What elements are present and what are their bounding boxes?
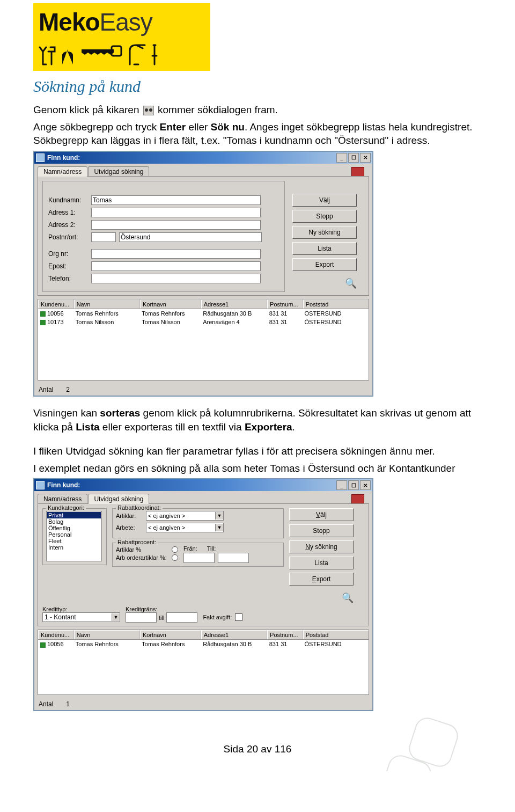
label-till: Till: [207, 545, 216, 552]
stopp-button[interactable]: Stopp [292, 210, 357, 223]
label-postnr: Postnr/ort: [48, 233, 91, 241]
input-kreditgrans-from[interactable] [126, 612, 157, 623]
chevron-down-icon: ▼ [215, 512, 223, 520]
list-item[interactable]: Privat [47, 512, 101, 518]
find-customer-window-2: Finn kund: _ ☐ ✕ Namn/adress Utvidgad sö… [33, 478, 373, 711]
lista-button[interactable]: Lista [292, 242, 357, 255]
minimize-button[interactable]: _ [336, 480, 347, 490]
window-icon [36, 481, 45, 489]
export-button[interactable]: Export [292, 258, 357, 271]
input-adress2[interactable] [91, 220, 261, 230]
legend-rabattprocent: Rabattprocent: [116, 539, 158, 545]
label-artiklar: Artiklar: [116, 513, 144, 519]
th-adr[interactable]: Adresse1 [201, 299, 267, 309]
th-kort[interactable]: Kortnavn [140, 299, 201, 309]
tab-body: Kundkategori: Privat Bolag Öffentlig Per… [38, 503, 369, 626]
table-row[interactable]: 10056 Tomas Rehnfors Tomas Rehnfors Rådh… [38, 309, 369, 318]
maximize-button[interactable]: ☐ [348, 480, 359, 490]
th-adr[interactable]: Adresse1 [201, 630, 267, 639]
row-icon [40, 642, 46, 648]
tab-body: Kundnamn: Adress 1: Adress 2: Postnr/ort… [38, 176, 369, 296]
table-row[interactable]: 10173 Tomas Nilsson Tomas Nilsson Arenav… [38, 318, 369, 326]
list-item[interactable]: Fleet [47, 538, 101, 544]
label-till2: till [159, 615, 164, 621]
tab-name-address[interactable]: Namn/adress [38, 494, 87, 504]
label-telefon: Telefon: [48, 275, 91, 282]
kundkategori-fieldset: Kundkategori: Privat Bolag Öffentlig Per… [42, 508, 107, 565]
label-adress1: Adress 1: [48, 209, 91, 216]
combo-artiklar[interactable]: < ej angiven > ▼ [146, 511, 224, 521]
magnifier-icon[interactable]: 🔍 [345, 277, 357, 289]
magnifier-icon[interactable]: 🔍 [342, 592, 354, 604]
input-postnr[interactable] [91, 232, 116, 242]
combo-kredittyp[interactable]: 1 - Kontant ▼ [42, 612, 120, 622]
logo-tools [39, 38, 205, 69]
th-post[interactable]: Postnum... [267, 630, 303, 639]
table-row[interactable]: 10056 Tomas Rehnfors Tomas Rehnfors Rådh… [38, 640, 369, 648]
input-epost[interactable] [91, 261, 261, 271]
mid-p1: Visningen kan sorteras genom klick på ko… [33, 406, 482, 434]
input-adress1[interactable] [91, 208, 261, 217]
input-kreditgrans-to[interactable] [166, 612, 197, 623]
combo-arbete[interactable]: < ej angiven > ▼ [146, 523, 224, 532]
antal-value: 1 [66, 700, 70, 708]
th-post[interactable]: Postnum... [267, 299, 303, 309]
antal-label: Antal [39, 700, 53, 708]
input-telefon[interactable] [91, 274, 261, 283]
binoculars-icon [143, 106, 154, 115]
input-till[interactable] [218, 553, 249, 563]
logo-banner: MekoEasy [33, 3, 210, 71]
list-item[interactable]: Öffentlig [47, 525, 101, 531]
pin-icon[interactable] [351, 167, 364, 177]
list-item[interactable]: Personal [47, 531, 101, 538]
radio-arborder[interactable] [172, 554, 178, 561]
export-button[interactable]: Export [289, 573, 354, 586]
stopp-button[interactable]: Stopp [289, 524, 354, 537]
th-navn[interactable]: Navn [74, 299, 140, 309]
input-postort[interactable] [119, 232, 262, 242]
label-kredittyp: Kredittyp: [42, 606, 120, 612]
lista-button[interactable]: Lista [289, 557, 354, 569]
th-kort[interactable]: Kortnavn [140, 630, 201, 639]
th-navn[interactable]: Navn [74, 630, 140, 639]
search-form: Kundnamn: Adress 1: Adress 2: Postnr/ort… [42, 181, 285, 292]
label-artiklar-pct: Artiklar % [116, 546, 170, 553]
valj-button[interactable]: Välj [289, 508, 354, 521]
input-kundnamn[interactable] [91, 195, 261, 205]
tab-extended-search[interactable]: Utvidgad sökning [88, 166, 149, 177]
window-title: Finn kund: [47, 481, 80, 489]
close-button[interactable]: ✕ [360, 153, 371, 163]
th-id[interactable]: Kundenu... [38, 299, 74, 309]
ny-sokning-button[interactable]: Ny sökning [289, 540, 354, 553]
titlebar: Finn kund: _ ☐ ✕ [34, 152, 372, 164]
checkbox-faktavgift[interactable] [235, 613, 242, 621]
results-table: Kundenu... Navn Kortnavn Adresse1 Postnu… [38, 299, 369, 381]
svg-rect-1 [407, 715, 461, 769]
tab-extended-search[interactable]: Utvidgad sökning [88, 494, 149, 504]
label-adress2: Adress 2: [48, 221, 91, 229]
button-column: Välj Stopp Ny sökning Lista Export 🔍 [292, 181, 357, 292]
intro-p2: Ange sökbegrepp och tryck Enter eller Sö… [33, 120, 482, 148]
label-orgnr: Org nr: [48, 250, 91, 258]
tab-strip: Namn/adress Utvidgad sökning [34, 491, 372, 503]
close-button[interactable]: ✕ [360, 480, 371, 490]
input-orgnr[interactable] [91, 249, 261, 259]
th-stad[interactable]: Poststad [303, 630, 369, 639]
toolbox-icon[interactable] [351, 494, 364, 504]
th-id[interactable]: Kundenu... [38, 630, 74, 639]
section-title: Sökning på kund [33, 77, 482, 96]
chevron-down-icon: ▼ [215, 524, 223, 531]
th-stad[interactable]: Poststad [303, 299, 369, 309]
titlebar: Finn kund: _ ☐ ✕ [34, 479, 372, 491]
minimize-button[interactable]: _ [336, 153, 347, 163]
ny-sokning-button[interactable]: Ny sökning [292, 226, 357, 239]
kundkategori-listbox[interactable]: Privat Bolag Öffentlig Personal Fleet In… [46, 511, 102, 561]
maximize-button[interactable]: ☐ [348, 153, 359, 163]
label-arbete: Arbete: [116, 524, 144, 531]
list-item[interactable]: Bolag [47, 518, 101, 525]
list-item[interactable]: Intern [47, 544, 101, 551]
radio-artiklar[interactable] [172, 546, 178, 553]
tab-name-address[interactable]: Namn/adress [38, 166, 87, 177]
valj-button[interactable]: Välj [292, 194, 357, 207]
input-fran[interactable] [183, 553, 215, 563]
